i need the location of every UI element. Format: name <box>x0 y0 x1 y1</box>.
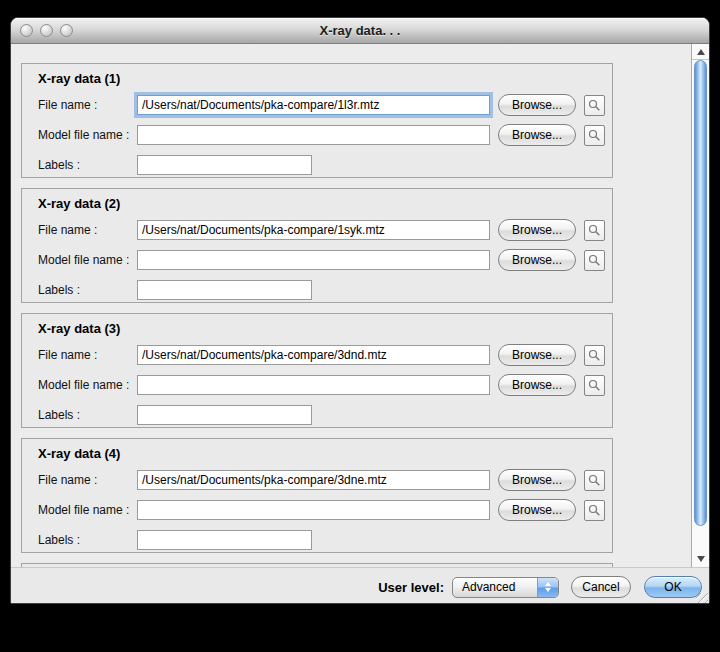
section-title: X-ray data (3) <box>38 320 612 337</box>
browse-model-button[interactable]: Browse... <box>498 124 576 146</box>
window-controls <box>20 24 73 37</box>
labels-input[interactable] <box>137 155 312 175</box>
model-file-name-label: Model file name : <box>38 378 137 392</box>
file-preview-button[interactable] <box>584 220 605 241</box>
search-icon <box>588 504 601 517</box>
zoom-button[interactable] <box>60 24 73 37</box>
labels-label: Labels : <box>38 408 137 422</box>
model-file-name-label: Model file name : <box>38 503 137 517</box>
xray-data-section-1: X-ray data (1) File name : Browse... Mod… <box>21 63 613 178</box>
close-button[interactable] <box>20 24 33 37</box>
user-level-value: Advanced <box>453 580 537 594</box>
browse-file-button[interactable]: Browse... <box>498 344 576 366</box>
dialog-window: X-ray data. . . X-ray data (1) File name… <box>10 17 710 604</box>
cancel-button[interactable]: Cancel <box>571 576 631 598</box>
file-name-label: File name : <box>38 348 137 362</box>
labels-input[interactable] <box>137 405 312 425</box>
xray-data-section-2: X-ray data (2) File name : Browse... Mod… <box>21 188 613 303</box>
search-icon <box>588 99 601 112</box>
browse-model-button[interactable]: Browse... <box>498 374 576 396</box>
user-level-label: User level: <box>378 580 444 595</box>
model-file-name-input[interactable] <box>137 125 490 145</box>
model-preview-button[interactable] <box>584 500 605 521</box>
labels-input[interactable] <box>137 530 312 550</box>
search-icon <box>588 129 601 142</box>
scroll-area: X-ray data (1) File name : Browse... Mod… <box>11 44 709 567</box>
model-preview-button[interactable] <box>584 250 605 271</box>
footer-bar: User level: Advanced Cancel OK <box>11 567 709 604</box>
file-name-input[interactable] <box>137 345 490 365</box>
search-icon <box>588 349 601 362</box>
xray-data-section-3: X-ray data (3) File name : Browse... Mod… <box>21 313 613 428</box>
model-file-name-label: Model file name : <box>38 253 137 267</box>
file-name-input[interactable] <box>137 470 490 490</box>
window-title: X-ray data. . . <box>11 18 709 43</box>
browse-file-button[interactable]: Browse... <box>498 219 576 241</box>
file-name-label: File name : <box>38 98 137 112</box>
labels-input[interactable] <box>137 280 312 300</box>
file-name-input[interactable] <box>137 95 490 115</box>
scroll-down-button[interactable] <box>692 551 709 567</box>
form-content: X-ray data (1) File name : Browse... Mod… <box>11 44 691 567</box>
search-icon <box>588 474 601 487</box>
search-icon <box>588 224 601 237</box>
resize-grip[interactable] <box>696 593 708 604</box>
browse-file-button[interactable]: Browse... <box>498 94 576 116</box>
model-preview-button[interactable] <box>584 125 605 146</box>
vertical-scrollbar[interactable] <box>691 44 709 567</box>
scrollbar-thumb[interactable] <box>694 60 707 526</box>
labels-label: Labels : <box>38 283 137 297</box>
model-preview-button[interactable] <box>584 375 605 396</box>
file-preview-button[interactable] <box>584 470 605 491</box>
browse-file-button[interactable]: Browse... <box>498 469 576 491</box>
file-preview-button[interactable] <box>584 345 605 366</box>
down-arrow-icon <box>697 556 705 562</box>
browse-model-button[interactable]: Browse... <box>498 249 576 271</box>
section-title: X-ray data (2) <box>38 195 612 212</box>
minimize-button[interactable] <box>40 24 53 37</box>
user-level-select[interactable]: Advanced <box>452 577 559 598</box>
ok-button[interactable]: OK <box>644 576 702 598</box>
title-bar[interactable]: X-ray data. . . <box>11 18 709 44</box>
file-name-label: File name : <box>38 473 137 487</box>
section-title: X-ray data (1) <box>38 70 612 87</box>
file-name-label: File name : <box>38 223 137 237</box>
xray-data-section-4: X-ray data (4) File name : Browse... Mod… <box>21 438 613 553</box>
labels-label: Labels : <box>38 533 137 547</box>
section-title: X-ray data (4) <box>38 445 612 462</box>
file-name-input[interactable] <box>137 220 490 240</box>
scroll-up-button[interactable] <box>692 44 709 60</box>
file-preview-button[interactable] <box>584 95 605 116</box>
search-icon <box>588 379 601 392</box>
labels-label: Labels : <box>38 158 137 172</box>
up-arrow-icon <box>697 49 705 55</box>
model-file-name-input[interactable] <box>137 250 490 270</box>
model-file-name-label: Model file name : <box>38 128 137 142</box>
model-file-name-input[interactable] <box>137 500 490 520</box>
model-file-name-input[interactable] <box>137 375 490 395</box>
search-icon <box>588 254 601 267</box>
up-down-arrows-icon <box>537 578 558 597</box>
browse-model-button[interactable]: Browse... <box>498 499 576 521</box>
